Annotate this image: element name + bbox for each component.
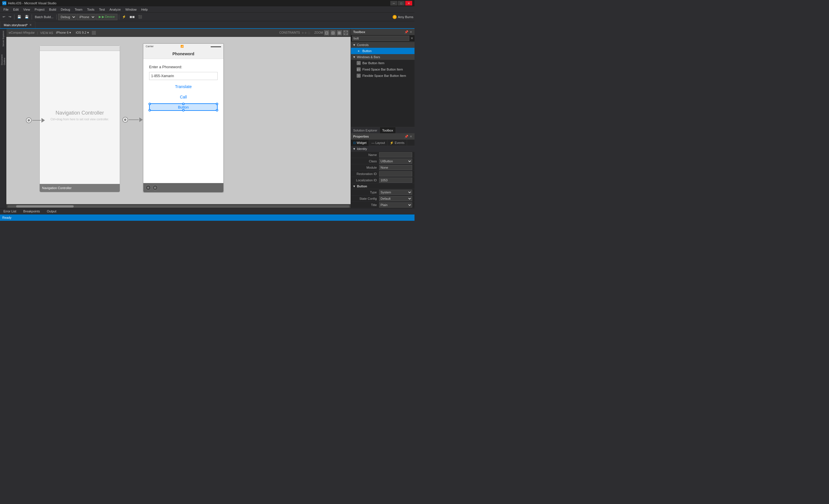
right-panel-bottom-tabs: Solution Explorer Toolbox — [351, 127, 414, 133]
handle-bm[interactable] — [182, 109, 184, 111]
localization-input[interactable] — [379, 178, 412, 183]
iphone-toolbar-bottom: ⊕ ⊞ — [143, 183, 223, 192]
menu-build[interactable]: Build — [47, 7, 59, 12]
toolbar-circle-btn[interactable]: ⊕ — [146, 185, 151, 190]
toolbox-search-clear-btn[interactable]: ✕ — [410, 36, 413, 40]
handle-bl[interactable] — [148, 109, 151, 111]
zoom-area: CONSTRAINTS ⊕ ⊕ ▢ ZOOM ⊡ ⊟ ⊞ ⛶ — [279, 30, 348, 35]
title-bar: VS Hello.iOS - Microsoft Visual Studio ─… — [0, 0, 414, 6]
toolbox-controls-header[interactable]: ▼ Controls — [351, 42, 414, 48]
handle-tr[interactable] — [216, 103, 218, 105]
error-list-tab[interactable]: Error List — [0, 208, 20, 214]
class-select[interactable]: UIButton — [379, 158, 412, 164]
canvas-toolbar: wCompact hRegular | VIEW AS iPhone 6 ▾ i… — [6, 29, 351, 37]
handle-tl[interactable] — [148, 103, 151, 105]
handle-br[interactable] — [216, 109, 218, 111]
menu-team[interactable]: Team — [73, 7, 85, 12]
toolbox-pin-btn[interactable]: 📌 — [404, 30, 408, 34]
breakpoints-tab[interactable]: Breakpoints — [20, 208, 43, 214]
batch-build-button[interactable]: Batch Build... — [33, 14, 55, 20]
menu-view[interactable]: View — [21, 7, 33, 12]
properties-pin-btn[interactable]: 📌 — [404, 135, 408, 139]
toolbox-tab[interactable]: Toolbox — [380, 127, 396, 134]
entry-circle-inner — [28, 119, 30, 121]
state-select[interactable]: Default — [379, 196, 412, 201]
menu-analyze[interactable]: Analyze — [107, 7, 123, 12]
phoneword-input[interactable] — [149, 72, 218, 80]
scrollbar-thumb[interactable] — [16, 205, 74, 208]
title-select[interactable]: Plain — [379, 202, 412, 208]
toolbar-btn-extra2[interactable]: ◼◼ — [128, 14, 136, 20]
toolbox-button-item[interactable]: B Button — [351, 48, 414, 54]
main-storyboard-tab[interactable]: Main.storyboard* ✕ — [0, 21, 35, 28]
zoom-fit-btn[interactable]: ⊡ — [324, 30, 329, 35]
toolbar-btn-extra1[interactable]: ⚡ — [120, 14, 128, 20]
scrollbar-track[interactable] — [7, 205, 350, 208]
constraints-icons: ⊕ ⊕ ▢ — [302, 31, 310, 34]
button-label: Button — [178, 105, 189, 109]
debug-config-dropdown[interactable]: Debug — [58, 14, 76, 20]
connection-circle — [122, 117, 128, 122]
type-select[interactable]: System — [379, 190, 412, 195]
title-prop-value: Plain — [379, 202, 412, 208]
menu-test[interactable]: Test — [97, 7, 107, 12]
identity-section-header[interactable]: ▼ Identity — [351, 146, 414, 152]
menu-project[interactable]: Project — [32, 7, 47, 12]
menu-tools[interactable]: Tools — [85, 7, 97, 12]
nav-controller-frame[interactable]: Navigation Controller Ctrl+drag from her… — [39, 45, 120, 192]
widget-tab[interactable]: ⊡ Widget — [351, 140, 369, 146]
menu-window[interactable]: Window — [123, 7, 139, 12]
device-dropdown[interactable]: iPhone — [77, 14, 96, 20]
menu-edit[interactable]: Edit — [11, 7, 21, 12]
toolbox-fixed-space-item[interactable]: |→ Fixed Space Bar Button Item — [351, 66, 414, 73]
solution-explorer-tab[interactable]: Solution Explorer — [351, 127, 380, 134]
fixed-space-icon: |→ — [357, 67, 361, 71]
status-ready: Ready — [2, 216, 11, 219]
layout-tab[interactable]: — Layout — [369, 140, 388, 146]
translate-button[interactable]: Translate — [149, 84, 218, 89]
name-input[interactable] — [379, 152, 412, 157]
toolbar-btn-extra3[interactable]: ⬛ — [137, 14, 144, 20]
toolbox-search-input[interactable] — [352, 36, 409, 41]
storyboard-canvas[interactable]: Navigation Controller Ctrl+drag from her… — [6, 37, 351, 204]
save-button[interactable]: 💾 — [16, 14, 23, 20]
menu-file[interactable]: File — [1, 7, 11, 12]
events-tab[interactable]: ⚡ Events — [388, 140, 407, 146]
zoom-in-btn[interactable]: ⊞ — [337, 30, 342, 35]
toolbox-bar-button-item[interactable]: ↔ Bar Button Item — [351, 60, 414, 66]
nav-controller-footer: Navigation Controller — [40, 184, 120, 192]
play-button[interactable]: ▶ ▶ Device — [96, 14, 117, 20]
restoration-input[interactable] — [379, 171, 412, 176]
close-tab-button[interactable]: ✕ — [29, 23, 32, 27]
save-all-button[interactable]: 💾 — [23, 14, 30, 20]
connection-line — [129, 119, 139, 120]
zoom-full-btn[interactable]: ⛶ — [343, 30, 348, 35]
iphone-frame[interactable]: Carrier 📶 ▬▬▬▬ Phoneword Enter a Phonewo… — [143, 43, 224, 193]
toolbox-close-btn[interactable]: ✕ — [409, 30, 412, 34]
minimize-button[interactable]: ─ — [390, 1, 397, 5]
module-input[interactable] — [379, 165, 412, 170]
toolbox-flexible-space-item[interactable]: ↔ Flexible Space Bar Button Item — [351, 73, 414, 79]
output-tab[interactable]: Output — [43, 208, 60, 214]
toolbar-square-btn[interactable]: ⊞ — [152, 185, 158, 190]
sidebar-document-outline[interactable]: Document Outline — [1, 48, 6, 65]
zoom-out-btn[interactable]: ⊟ — [330, 30, 336, 35]
redo-button[interactable]: ↪ — [7, 14, 13, 20]
menu-debug[interactable]: Debug — [59, 7, 72, 12]
button-section-header[interactable]: ▼ Button — [351, 183, 414, 189]
undo-button[interactable]: ↩ — [1, 14, 7, 20]
windows-bars-label: Windows & Bars — [357, 55, 380, 59]
properties-close-btn[interactable]: ✕ — [409, 135, 412, 139]
selected-button[interactable]: Button — [149, 103, 218, 111]
call-button[interactable]: Call — [149, 95, 218, 99]
localization-value — [379, 178, 412, 183]
name-label: Name — [353, 153, 379, 156]
toolbox-windows-bars-header[interactable]: ▼ Windows & Bars — [351, 54, 414, 60]
restore-button[interactable]: □ — [398, 1, 405, 5]
menu-help[interactable]: Help — [139, 7, 150, 12]
handle-tm[interactable] — [182, 103, 184, 105]
close-button[interactable]: ✕ — [405, 1, 412, 5]
ios-version-button[interactable]: iOS 9.2 ▾ — [74, 30, 91, 35]
sidebar-server-explorer[interactable]: Server Explorer — [1, 30, 6, 47]
iphone-view-button[interactable]: iPhone 6 ▾ — [55, 30, 73, 35]
